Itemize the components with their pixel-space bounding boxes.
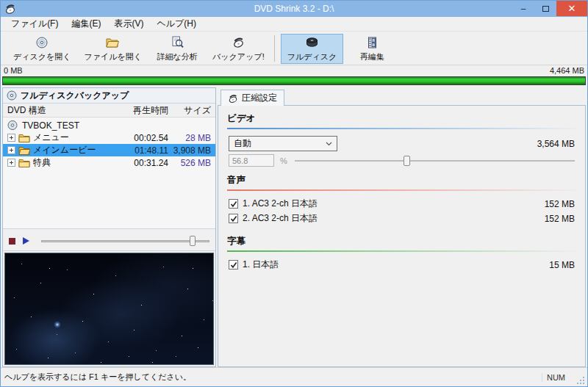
capacity-min-label: 0 MB (4, 66, 23, 76)
toolbar: ディスクを開く ファイルを開く 詳細な分析 (1, 32, 587, 65)
expand-icon[interactable] (7, 159, 15, 167)
check-icon (230, 200, 237, 208)
menu-view[interactable]: 表示(V) (108, 16, 149, 32)
tree-row-label: TVBOK_TEST (22, 120, 120, 131)
tab-compression-settings[interactable]: 圧縮設定 (220, 90, 284, 106)
tree-row-extras[interactable]: 特典 00:31.24 526 MB (3, 156, 215, 169)
tree-row-main-movie[interactable]: メインムービー 01:48.11 3,908 MB (3, 144, 215, 156)
backup-panel-header: フルディスクバックアップ (3, 88, 215, 104)
tree-column-headers: DVD 構造 再生時間 サイズ (3, 104, 215, 117)
stop-button[interactable] (9, 238, 15, 245)
main-area: フルディスクバックアップ DVD 構造 再生時間 サイズ TVBOK_TEST (1, 87, 587, 367)
compression-panel: 圧縮設定 ビデオ 自動 3,564 MB % (218, 87, 586, 367)
subtitle-section-header: 字幕 (227, 235, 576, 247)
tree-row-label: メインムービー (33, 144, 120, 156)
status-help-text: ヘルプを表示するには F1 キーを押してください。 (1, 372, 542, 383)
disc-icon (7, 120, 19, 130)
subtitle-track-row: 1. 日本語 15 MB (229, 258, 575, 271)
open-disc-button[interactable]: ディスクを開く (7, 34, 78, 64)
compression-percent-input[interactable] (229, 154, 274, 167)
subtitle-track-checkbox[interactable] (229, 260, 238, 270)
menu-bar: ファイル(F) 編集(E) 表示(V) ヘルプ(H) (1, 17, 587, 32)
audio-track-size: 152 MB (545, 199, 575, 209)
audio-track-row: 2. AC3 2-ch 日本語 152 MB (229, 212, 575, 225)
menu-file[interactable]: ファイル(F) (5, 16, 64, 32)
tree-row-menu[interactable]: メニュー 00:02.54 28 MB (3, 131, 215, 144)
resize-grip[interactable] (574, 374, 586, 386)
backup-icon (231, 36, 245, 49)
status-bar: ヘルプを表示するには F1 キーを押してください。 NUM (1, 367, 587, 386)
tab-label: 圧縮設定 (242, 92, 277, 104)
backup-panel-title: フルディスクバックアップ (21, 90, 129, 102)
check-icon (230, 215, 237, 223)
play-button[interactable] (23, 237, 29, 245)
column-dvd-structure[interactable]: DVD 構造 (7, 104, 115, 117)
column-size[interactable]: サイズ (168, 104, 211, 117)
tree-row-root[interactable]: TVBOK_TEST (3, 119, 215, 131)
check-icon (230, 261, 237, 269)
seek-slider[interactable] (41, 236, 209, 246)
audio-track-checkbox[interactable] (229, 199, 238, 209)
folder-open-icon (18, 145, 30, 155)
menu-help[interactable]: ヘルプ(H) (151, 16, 202, 32)
audio-track-checkbox[interactable] (229, 214, 238, 223)
num-lock-indicator: NUM (542, 373, 570, 382)
close-button[interactable]: ✕ (556, 1, 587, 16)
preview-controls (3, 231, 215, 251)
video-section-header: ビデオ (227, 112, 576, 125)
expand-icon[interactable] (7, 134, 15, 142)
compression-slider[interactable] (295, 155, 575, 166)
full-disc-icon (304, 36, 319, 49)
video-section-rule (227, 128, 576, 129)
bright-star (54, 321, 61, 328)
title-bar: DVD Shrink 3.2 - D:\ – ✕ (1, 1, 587, 17)
disc-icon (7, 90, 17, 101)
percent-unit-label: % (280, 156, 287, 165)
video-target-size: 3,564 MB (537, 139, 575, 149)
video-preview (4, 253, 214, 365)
window-title: DVD Shrink 3.2 - D:\ (1, 4, 587, 14)
column-duration[interactable]: 再生時間 (115, 104, 168, 117)
dvd-shrink-window: DVD Shrink 3.2 - D:\ – ✕ ファイル(F) 編集(E) 表… (0, 0, 588, 387)
open-disc-icon (35, 36, 49, 49)
tree-row-label: 特典 (33, 156, 120, 169)
analysis-icon (170, 36, 184, 49)
starfield (5, 253, 6, 254)
compression-settings-body: ビデオ 自動 3,564 MB % (218, 105, 586, 367)
video-mode-value: 自動 (234, 137, 251, 150)
slider-thumb[interactable] (404, 156, 410, 166)
slider-track[interactable] (295, 160, 575, 162)
folder-icon (18, 133, 30, 142)
expand-icon[interactable] (7, 146, 15, 154)
deep-analysis-button[interactable]: 詳細な分析 (148, 34, 206, 64)
subtitle-track-size: 15 MB (549, 260, 575, 270)
backup-button[interactable]: バックアップ! (206, 34, 271, 64)
subtitle-track-label: 1. 日本語 (243, 258, 549, 271)
audio-track-label: 2. AC3 2-ch 日本語 (243, 212, 545, 225)
toolbar-separator (274, 35, 275, 62)
seek-thumb[interactable] (190, 236, 196, 246)
audio-track-label: 1. AC3 2-ch 日本語 (243, 198, 545, 210)
seek-track[interactable] (41, 240, 209, 242)
audio-section-rule (227, 189, 576, 191)
full-disc-button[interactable]: フルディスク (281, 34, 344, 64)
folder-icon (18, 158, 30, 167)
subtitle-section-rule (227, 250, 576, 252)
video-mode-select[interactable]: 自動 (229, 136, 337, 151)
audio-track-row: 1. AC3 2-ch 日本語 152 MB (229, 198, 575, 210)
open-file-icon (106, 36, 121, 49)
backup-panel: フルディスクバックアップ DVD 構造 再生時間 サイズ TVBOK_TEST (2, 87, 216, 367)
maximize-button[interactable] (534, 1, 556, 16)
re-author-button[interactable]: 再編集 (343, 34, 401, 64)
dvd-structure-tree: TVBOK_TEST メニュー 00:02.54 28 MB (3, 117, 215, 229)
capacity-labels: 0 MB 4,464 MB (4, 66, 584, 76)
shrink-icon (228, 93, 238, 104)
menu-edit[interactable]: 編集(E) (65, 16, 107, 32)
minimize-button[interactable]: – (512, 1, 534, 16)
capacity-max-label: 4,464 MB (550, 66, 584, 76)
capacity-bar (2, 76, 586, 85)
audio-section-header: 音声 (227, 174, 576, 187)
chevron-down-icon (326, 142, 332, 146)
audio-track-size: 152 MB (545, 214, 575, 224)
open-files-button[interactable]: ファイルを開く (78, 34, 149, 64)
